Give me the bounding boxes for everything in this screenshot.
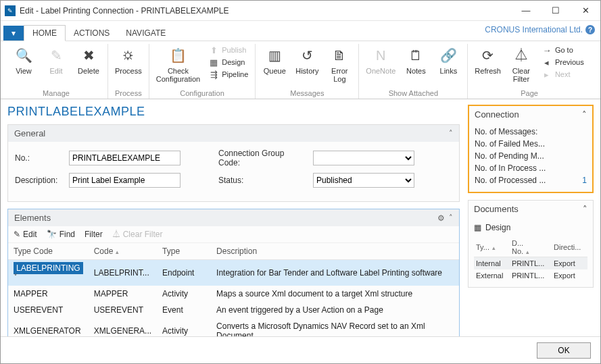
notes-button[interactable]: 🗒Notes — [402, 44, 429, 76]
file-tab[interactable]: ▾ — [3, 26, 24, 41]
binoculars-icon: 🔭 — [47, 230, 57, 239]
col-type[interactable]: Type — [157, 243, 211, 260]
notes-label: Notes — [406, 67, 426, 75]
factbox-line[interactable]: No. of Messages: — [475, 126, 587, 138]
group-process-label: Process — [115, 88, 142, 97]
view-button[interactable]: 🔍View — [10, 44, 37, 76]
pipeline-button[interactable]: ⇶Pipeline — [207, 68, 249, 80]
pipeline-icon: ⇶ — [208, 69, 219, 80]
tab-navigate[interactable]: NAVIGATE — [118, 26, 174, 41]
status-select[interactable]: Published — [313, 173, 414, 188]
cell-type: Activity — [157, 286, 211, 302]
previous-button[interactable]: ◂Previous — [540, 56, 585, 68]
notes-icon: 🗒 — [406, 45, 426, 66]
links-label: Links — [440, 67, 458, 75]
chevron-up-icon: ˄ — [583, 204, 587, 214]
minimize-button[interactable]: — — [511, 1, 541, 21]
funnel-icon: ⏃ — [511, 45, 531, 66]
group-attached-label: Show Attached — [389, 88, 438, 97]
doc-col-direction[interactable]: Directi... — [552, 238, 587, 257]
tab-actions[interactable]: ACTIONS — [66, 26, 118, 41]
links-icon: 🔗 — [438, 45, 458, 66]
factbox-line[interactable]: No. of Processed ...1 — [475, 174, 587, 186]
onenote-label: OneNote — [366, 67, 395, 75]
documents-title: Documents — [474, 204, 519, 214]
goto-button[interactable]: →Go to — [540, 44, 585, 56]
no-input[interactable] — [69, 151, 181, 165]
errorlog-button[interactable]: 🗎Error Log — [326, 44, 353, 84]
clear-filter-label: Clear Filter — [512, 67, 530, 83]
cell-description: Maps a source Xml document to a target X… — [211, 286, 459, 302]
history-icon: ↺ — [297, 45, 317, 66]
next-button[interactable]: ▸Next — [540, 68, 585, 80]
onenote-button[interactable]: NOneNote — [364, 44, 397, 76]
table-row[interactable]: Internal PRINTL... Export — [474, 257, 587, 270]
documents-design-label: Design — [485, 223, 510, 232]
table-row[interactable]: LABELPRINTING ˅ LABELPRINT... Endpoint I… — [8, 260, 459, 286]
links-button[interactable]: 🔗Links — [435, 44, 462, 76]
refresh-button[interactable]: ⟳Refresh — [473, 44, 502, 76]
ok-button[interactable]: OK — [537, 342, 591, 359]
tenant-text: CRONUS International Ltd. — [485, 25, 583, 34]
doc-col-type[interactable]: Ty...▴ — [474, 238, 510, 257]
col-code[interactable]: Code▴ — [89, 243, 157, 260]
process-button[interactable]: ⛭Process — [114, 44, 143, 76]
design-label: Design — [222, 58, 245, 66]
elements-find-button[interactable]: 🔭Find — [47, 230, 75, 239]
design-button[interactable]: ▦Design — [207, 56, 249, 68]
gear-icon[interactable]: ⚙ — [437, 213, 445, 223]
general-title: General — [14, 128, 45, 138]
connection-header[interactable]: Connection ˄ — [469, 106, 592, 123]
documents-factbox: Documents ˄ ▦ Design Ty...▴ D... No.▴ Di… — [468, 200, 594, 288]
cell-code: LABELPRINT... — [89, 260, 157, 286]
table-row[interactable]: External PRINTL... Export — [474, 269, 587, 282]
app-icon: ✎ — [5, 5, 16, 16]
tab-home[interactable]: HOME — [24, 25, 66, 41]
documents-header[interactable]: Documents ˄ — [468, 201, 593, 217]
table-row[interactable]: MAPPER MAPPER Activity Maps a source Xml… — [8, 286, 459, 302]
refresh-icon: ⟳ — [478, 45, 498, 66]
chevron-down-icon[interactable]: ˅ — [14, 273, 18, 282]
sort-asc-icon: ▴ — [492, 244, 496, 251]
factbox-line[interactable]: No. of In Process ... — [475, 162, 587, 174]
errorlog-label: Error Log — [331, 67, 347, 83]
factbox-line[interactable]: No. of Failed Mes... — [475, 138, 587, 150]
publish-button[interactable]: ⬆Publish — [207, 44, 249, 56]
history-button[interactable]: ↺History — [293, 44, 320, 76]
pencil-icon: ✎ — [46, 45, 66, 66]
publish-label: Publish — [222, 46, 246, 54]
check-config-button[interactable]: 📋Check Configuration — [155, 44, 201, 84]
help-icon[interactable]: ? — [585, 25, 595, 34]
elements-clearfilter-button[interactable]: ⏃Clear Filter — [112, 230, 163, 239]
elements-edit-button[interactable]: ✎Edit — [14, 230, 37, 239]
pencil-icon: ✎ — [14, 230, 20, 239]
edit-label: Edit — [50, 67, 63, 75]
documents-design-button[interactable]: ▦ Design — [474, 220, 587, 235]
cell-code: MAPPER — [89, 286, 157, 302]
factbox-line[interactable]: No. of Pending M... — [475, 150, 587, 162]
cell-typecode: USEREVENT — [8, 302, 89, 318]
pipeline-label: Pipeline — [222, 70, 248, 78]
table-row[interactable]: USEREVENT USEREVENT Event An event trigg… — [8, 302, 459, 318]
edit-button[interactable]: ✎Edit — [43, 44, 70, 76]
col-typecode[interactable]: Type Code — [8, 243, 89, 260]
maximize-button[interactable]: ☐ — [541, 1, 571, 21]
description-input[interactable] — [69, 173, 181, 188]
publish-icon: ⬆ — [208, 45, 219, 55]
group-code-select[interactable] — [313, 151, 414, 165]
col-description[interactable]: Description — [211, 243, 459, 260]
general-header[interactable]: General ˄ — [8, 125, 459, 142]
connection-title: Connection — [475, 109, 519, 120]
clear-filter-button[interactable]: ⏃Clear Filter — [508, 44, 535, 84]
arrow-right-icon: → — [542, 45, 552, 55]
delete-button[interactable]: ✖Delete — [75, 44, 102, 76]
queue-button[interactable]: ▥Queue — [261, 44, 288, 76]
elements-header[interactable]: Elements ⚙˄ — [8, 209, 459, 226]
checklist-icon: 📋 — [168, 45, 188, 66]
doc-col-docno[interactable]: D... No.▴ — [510, 238, 552, 257]
close-button[interactable]: ✕ — [571, 1, 600, 21]
group-manage-label: Manage — [43, 88, 70, 97]
elements-filter-button[interactable]: Filter — [85, 230, 103, 239]
group-config-label: Configuration — [180, 88, 224, 97]
elements-fasttab: Elements ⚙˄ ✎Edit 🔭Find Filter ⏃Clear Fi… — [7, 209, 460, 344]
